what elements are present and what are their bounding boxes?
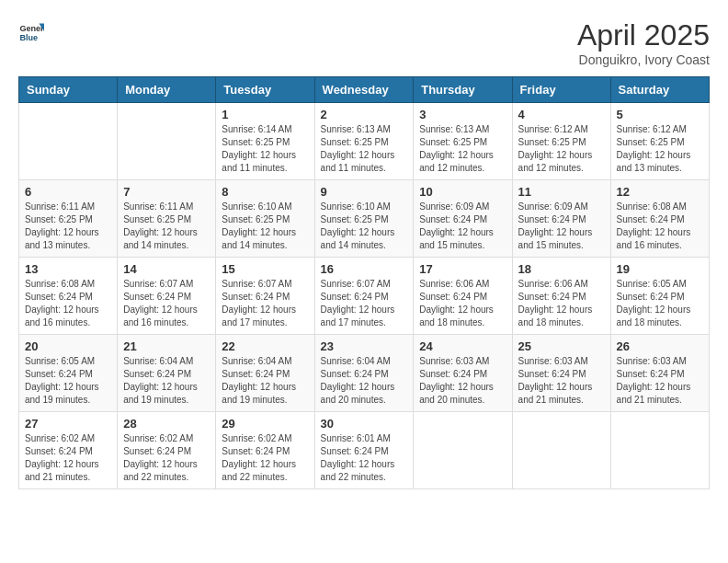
day-info: Sunrise: 6:04 AM Sunset: 6:24 PM Dayligh…: [123, 355, 210, 407]
calendar-cell: 14Sunrise: 6:07 AM Sunset: 6:24 PM Dayli…: [118, 258, 216, 335]
day-number: 27: [25, 417, 111, 431]
calendar-cell: [118, 103, 216, 180]
calendar-title: April 2025: [577, 18, 710, 52]
day-number: 7: [123, 185, 210, 199]
calendar-cell: 11Sunrise: 6:09 AM Sunset: 6:24 PM Dayli…: [512, 180, 610, 258]
day-info: Sunrise: 6:02 AM Sunset: 6:24 PM Dayligh…: [25, 432, 111, 484]
calendar-cell: 25Sunrise: 6:03 AM Sunset: 6:24 PM Dayli…: [512, 335, 610, 412]
day-number: 28: [123, 417, 210, 431]
day-number: 5: [617, 108, 703, 121]
weekday-header-friday: Friday: [512, 77, 610, 103]
weekday-header-thursday: Thursday: [414, 77, 512, 103]
calendar-cell: [610, 412, 709, 489]
day-number: 2: [321, 108, 408, 121]
day-info: Sunrise: 6:06 AM Sunset: 6:24 PM Dayligh…: [518, 278, 605, 329]
calendar-week-row: 27Sunrise: 6:02 AM Sunset: 6:24 PM Dayli…: [19, 412, 710, 489]
day-number: 18: [518, 262, 605, 276]
day-number: 14: [123, 262, 210, 276]
day-number: 30: [321, 417, 408, 431]
weekday-header-tuesday: Tuesday: [216, 77, 314, 103]
day-info: Sunrise: 6:01 AM Sunset: 6:24 PM Dayligh…: [321, 432, 408, 484]
day-info: Sunrise: 6:13 AM Sunset: 6:25 PM Dayligh…: [321, 123, 408, 175]
calendar-cell: 29Sunrise: 6:02 AM Sunset: 6:24 PM Dayli…: [216, 412, 314, 489]
weekday-header-sunday: Sunday: [19, 77, 118, 103]
day-number: 19: [617, 262, 703, 276]
day-info: Sunrise: 6:03 AM Sunset: 6:24 PM Dayligh…: [518, 355, 605, 407]
weekday-header-saturday: Saturday: [610, 77, 709, 103]
calendar-cell: 16Sunrise: 6:07 AM Sunset: 6:24 PM Dayli…: [314, 258, 414, 335]
day-number: 22: [222, 339, 308, 353]
calendar-cell: 27Sunrise: 6:02 AM Sunset: 6:24 PM Dayli…: [19, 412, 118, 489]
calendar-cell: 5Sunrise: 6:12 AM Sunset: 6:25 PM Daylig…: [610, 103, 709, 180]
calendar-cell: 12Sunrise: 6:08 AM Sunset: 6:24 PM Dayli…: [610, 180, 709, 258]
calendar-cell: 8Sunrise: 6:10 AM Sunset: 6:25 PM Daylig…: [216, 180, 314, 258]
day-info: Sunrise: 6:05 AM Sunset: 6:24 PM Dayligh…: [617, 278, 703, 329]
calendar-cell: 20Sunrise: 6:05 AM Sunset: 6:24 PM Dayli…: [19, 335, 118, 412]
day-info: Sunrise: 6:07 AM Sunset: 6:24 PM Dayligh…: [321, 278, 408, 329]
day-info: Sunrise: 6:03 AM Sunset: 6:24 PM Dayligh…: [617, 355, 703, 407]
calendar-cell: 19Sunrise: 6:05 AM Sunset: 6:24 PM Dayli…: [610, 258, 709, 335]
day-info: Sunrise: 6:07 AM Sunset: 6:24 PM Dayligh…: [222, 278, 308, 329]
calendar-cell: 2Sunrise: 6:13 AM Sunset: 6:25 PM Daylig…: [314, 103, 414, 180]
day-info: Sunrise: 6:06 AM Sunset: 6:24 PM Dayligh…: [419, 278, 506, 329]
day-info: Sunrise: 6:12 AM Sunset: 6:25 PM Dayligh…: [617, 123, 703, 175]
day-number: 26: [617, 339, 703, 353]
weekday-header-monday: Monday: [118, 77, 216, 103]
calendar-cell: [19, 103, 118, 180]
svg-text:Blue: Blue: [19, 33, 38, 42]
calendar-week-row: 1Sunrise: 6:14 AM Sunset: 6:25 PM Daylig…: [19, 103, 710, 180]
calendar-cell: 15Sunrise: 6:07 AM Sunset: 6:24 PM Dayli…: [216, 258, 314, 335]
day-info: Sunrise: 6:03 AM Sunset: 6:24 PM Dayligh…: [419, 355, 506, 407]
calendar-cell: 4Sunrise: 6:12 AM Sunset: 6:25 PM Daylig…: [512, 103, 610, 180]
day-info: Sunrise: 6:09 AM Sunset: 6:24 PM Dayligh…: [419, 201, 506, 252]
day-info: Sunrise: 6:13 AM Sunset: 6:25 PM Dayligh…: [419, 123, 506, 175]
day-info: Sunrise: 6:11 AM Sunset: 6:25 PM Dayligh…: [25, 201, 111, 252]
day-number: 12: [617, 185, 703, 199]
day-number: 17: [419, 262, 506, 276]
day-number: 4: [518, 108, 605, 121]
calendar-cell: 13Sunrise: 6:08 AM Sunset: 6:24 PM Dayli…: [19, 258, 118, 335]
calendar-cell: [414, 412, 512, 489]
calendar-week-row: 13Sunrise: 6:08 AM Sunset: 6:24 PM Dayli…: [19, 258, 710, 335]
day-number: 1: [222, 108, 308, 121]
calendar-cell: 22Sunrise: 6:04 AM Sunset: 6:24 PM Dayli…: [216, 335, 314, 412]
day-info: Sunrise: 6:02 AM Sunset: 6:24 PM Dayligh…: [222, 432, 308, 484]
calendar-cell: 24Sunrise: 6:03 AM Sunset: 6:24 PM Dayli…: [414, 335, 512, 412]
calendar-week-row: 6Sunrise: 6:11 AM Sunset: 6:25 PM Daylig…: [19, 180, 710, 258]
header: General Blue April 2025 Donguikro, Ivory…: [18, 18, 710, 67]
logo-icon: General Blue: [18, 18, 44, 44]
day-number: 16: [321, 262, 408, 276]
calendar-cell: [512, 412, 610, 489]
day-info: Sunrise: 6:09 AM Sunset: 6:24 PM Dayligh…: [518, 201, 605, 252]
day-number: 6: [25, 185, 111, 199]
calendar-cell: 28Sunrise: 6:02 AM Sunset: 6:24 PM Dayli…: [118, 412, 216, 489]
day-info: Sunrise: 6:08 AM Sunset: 6:24 PM Dayligh…: [617, 201, 703, 252]
day-number: 21: [123, 339, 210, 353]
day-number: 9: [321, 185, 408, 199]
day-number: 23: [321, 339, 408, 353]
calendar-subtitle: Donguikro, Ivory Coast: [577, 52, 710, 67]
day-info: Sunrise: 6:11 AM Sunset: 6:25 PM Dayligh…: [123, 201, 210, 252]
weekday-header-wednesday: Wednesday: [314, 77, 414, 103]
calendar-cell: 23Sunrise: 6:04 AM Sunset: 6:24 PM Dayli…: [314, 335, 414, 412]
day-number: 20: [25, 339, 111, 353]
logo: General Blue: [18, 18, 44, 44]
calendar-cell: 17Sunrise: 6:06 AM Sunset: 6:24 PM Dayli…: [414, 258, 512, 335]
day-number: 8: [222, 185, 308, 199]
day-info: Sunrise: 6:02 AM Sunset: 6:24 PM Dayligh…: [123, 432, 210, 484]
calendar-cell: 9Sunrise: 6:10 AM Sunset: 6:25 PM Daylig…: [314, 180, 414, 258]
day-number: 15: [222, 262, 308, 276]
day-info: Sunrise: 6:10 AM Sunset: 6:25 PM Dayligh…: [222, 201, 308, 252]
calendar-cell: 26Sunrise: 6:03 AM Sunset: 6:24 PM Dayli…: [610, 335, 709, 412]
day-info: Sunrise: 6:07 AM Sunset: 6:24 PM Dayligh…: [123, 278, 210, 329]
calendar-cell: 1Sunrise: 6:14 AM Sunset: 6:25 PM Daylig…: [216, 103, 314, 180]
title-area: April 2025 Donguikro, Ivory Coast: [577, 18, 710, 67]
calendar-cell: 18Sunrise: 6:06 AM Sunset: 6:24 PM Dayli…: [512, 258, 610, 335]
day-info: Sunrise: 6:12 AM Sunset: 6:25 PM Dayligh…: [518, 123, 605, 175]
day-number: 13: [25, 262, 111, 276]
day-number: 24: [419, 339, 506, 353]
calendar-week-row: 20Sunrise: 6:05 AM Sunset: 6:24 PM Dayli…: [19, 335, 710, 412]
day-info: Sunrise: 6:14 AM Sunset: 6:25 PM Dayligh…: [222, 123, 308, 175]
day-info: Sunrise: 6:05 AM Sunset: 6:24 PM Dayligh…: [25, 355, 111, 407]
day-info: Sunrise: 6:04 AM Sunset: 6:24 PM Dayligh…: [222, 355, 308, 407]
